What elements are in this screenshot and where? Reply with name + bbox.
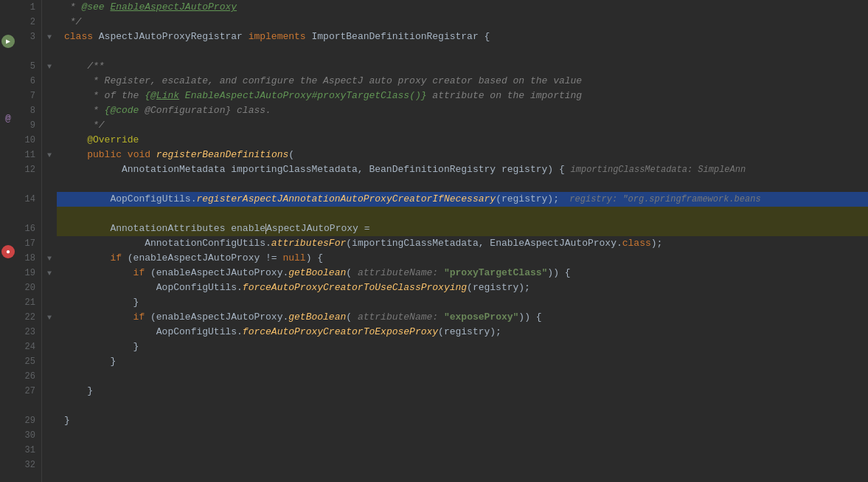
fold-24 (42, 340, 57, 354)
at-icon: @ (5, 113, 11, 124)
aop-hint: registry: "org.springframework.beans (559, 194, 761, 204)
line-num-28 (16, 399, 41, 413)
line-num-16: 16 (16, 221, 41, 236)
javadoc-link[interactable]: Link (156, 90, 179, 101)
fold-19[interactable]: ▼ (42, 266, 57, 280)
force-expose-indent: AopConfigUtils. (64, 326, 243, 337)
fold-arrow-if3[interactable]: ▼ (47, 314, 52, 322)
method-space (150, 149, 156, 160)
code-line-14: AopConfigUtils.registerAspectJAnnotation… (57, 192, 868, 207)
fold-17 (42, 236, 57, 251)
fold-25 (42, 354, 57, 369)
bookmark-icon[interactable]: ▶ (1, 35, 15, 48)
fold-22[interactable]: ▼ (42, 310, 57, 325)
line-num-25: 25 (16, 354, 41, 369)
javadoc-line1c: on the value (507, 75, 582, 86)
javadoc-open: /** (64, 61, 105, 72)
code-line-7: * of the {@Link EnableAspectJAutoProxy#p… (57, 89, 868, 103)
close-if-class: } (64, 297, 139, 308)
fold-6 (42, 74, 57, 89)
kw-if1: if (64, 252, 122, 264)
interface-name: ImportBeanDefinitionRegistrar (306, 31, 485, 42)
param-annotation-meta: AnnotationMetadata importingClassMetadat… (64, 164, 547, 175)
code-line-29: } (57, 413, 868, 428)
fold-29 (42, 413, 57, 428)
code-line-17: AnnotationConfigUtils.attributesFor(impo… (57, 236, 868, 251)
annotation-override: @Override (64, 134, 139, 145)
code-line-31 (57, 443, 868, 458)
line-num-32: 32 (16, 458, 41, 472)
line-num-19: 19 (16, 266, 41, 280)
javadoc-line3a: * (64, 105, 105, 116)
comment-see-link[interactable]: EnableAspectJAutoProxy (110, 1, 237, 13)
javadoc-code-open: {@code (105, 105, 139, 116)
fold-12 (42, 162, 57, 177)
attributes-for-method: attributesFor (271, 238, 346, 249)
code-line-25: } (57, 354, 868, 369)
line-num-11: 11 (16, 148, 41, 162)
fold-2[interactable] (42, 15, 57, 30)
force-class-indent: AopConfigUtils. (64, 282, 243, 293)
code-line-28 (57, 399, 868, 413)
line-num-31: 31 (16, 443, 41, 458)
fold-5[interactable]: ▼ (42, 59, 57, 74)
aop-paren1: (registry); (496, 193, 559, 204)
code-line-1: * @see EnableAspectJAutoProxy (57, 0, 868, 15)
code-line-11: public void registerBeanDefinitions( (57, 148, 868, 162)
fold-14 (42, 192, 57, 207)
javadoc-line3c: class. (231, 105, 271, 116)
close-outer-if: } (64, 356, 116, 367)
method-register: registerBeanDefinitions (156, 149, 288, 160)
fold-13 (42, 177, 57, 192)
code-line-27: } (57, 384, 868, 399)
fold-arrow-comment[interactable]: ▼ (47, 63, 52, 71)
if3-close: )) { (518, 311, 541, 323)
code-line-21: } (57, 295, 868, 310)
breakpoint-icon[interactable]: ● (1, 245, 15, 258)
line-num-9: 9 (16, 118, 41, 133)
javadoc-line2c: attribute on (427, 90, 507, 101)
line-num-12: 12 (16, 162, 41, 177)
equals-sign: = (358, 223, 370, 234)
code-line-20: AopConfigUtils.forceAutoProxyCreatorToUs… (57, 280, 868, 295)
force-expose-paren: (registry); (438, 326, 501, 337)
fold-arrow-if[interactable]: ▼ (47, 255, 52, 263)
if3-param: ( (346, 311, 358, 323)
fold-16 (42, 221, 57, 236)
code-line-3: class AspectJAutoProxyRegistrar implemen… (57, 30, 868, 44)
code-line-12: AnnotationMetadata importingClassMetadat… (57, 162, 868, 177)
fold-arrow-if2[interactable]: ▼ (47, 269, 52, 278)
aspect-proxy-var: AspectJAutoProxy (266, 223, 358, 234)
kw-public: public (64, 149, 122, 160)
fold-23 (42, 325, 57, 340)
fold-11[interactable]: ▼ (42, 148, 57, 162)
line-num-6: 6 (16, 74, 41, 89)
if1-paren: (enableAspectJAutoProxy != (122, 252, 282, 264)
line-num-23: 23 (16, 325, 41, 340)
param-hint-importing: importingClassMetadata: SimpleAnn (571, 165, 746, 175)
if2-param: ( (346, 267, 358, 278)
code-line-8: * {@code @Configuration} class. (57, 103, 868, 118)
javadoc-the2: the (122, 90, 139, 101)
aop-method: registerAspectJAnnotationAutoProxyCreato… (196, 193, 496, 204)
javadoc-based: based (479, 75, 507, 86)
javadoc-the1: the (300, 75, 317, 86)
code-area[interactable]: * @see EnableAspectJAutoProxy */ class A… (57, 0, 868, 482)
fold-arrow-method[interactable]: ▼ (47, 151, 52, 159)
fold-18[interactable]: ▼ (42, 251, 57, 266)
close-method-brace: } (64, 385, 93, 396)
code-line-10: @Override (57, 133, 868, 148)
if2-close: )) { (547, 267, 570, 278)
param-hint-attr2: attributeName: (358, 311, 438, 323)
fold-1[interactable] (42, 0, 57, 15)
force-class-method: forceAutoProxyCreatorToUseClassProxying (243, 282, 467, 293)
attr-param1: importingClassMetadata, EnableAspectJAut… (352, 238, 622, 249)
open-brace: { (485, 31, 490, 42)
fold-3[interactable]: ▼ (42, 30, 57, 44)
fold-arrow-class[interactable]: ▼ (47, 33, 52, 41)
javadoc-line1b: AspectJ auto proxy creator (317, 75, 478, 86)
fold-10 (42, 133, 57, 148)
line-num-10: 10 (16, 133, 41, 148)
code-line-2: */ (57, 15, 868, 30)
line-num-14: 14 (16, 192, 41, 207)
